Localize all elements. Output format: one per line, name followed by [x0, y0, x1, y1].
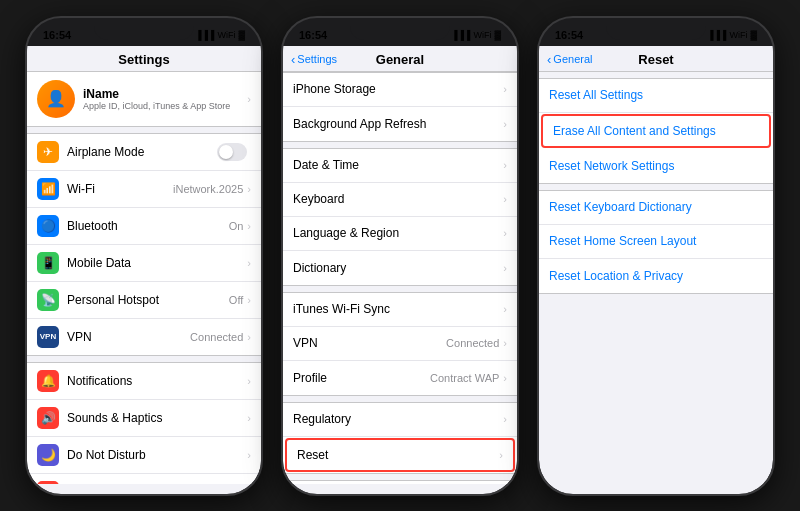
- list-item-reset-all[interactable]: Reset All Settings: [539, 79, 773, 113]
- list-item-screentime[interactable]: ⏱ Screen Time ›: [27, 474, 261, 484]
- datetime-chevron: ›: [503, 159, 507, 171]
- regulatory-chevron: ›: [503, 413, 507, 425]
- list-item-bg-refresh[interactable]: Background App Refresh ›: [283, 107, 517, 141]
- list-item-shutdown[interactable]: Shut Down: [283, 481, 517, 484]
- reset-all-label: Reset All Settings: [549, 88, 763, 102]
- sounds-chevron: ›: [247, 412, 251, 424]
- datetime-label: Date & Time: [293, 158, 503, 172]
- bluetooth-chevron: ›: [247, 220, 251, 232]
- notifications-icon: 🔔: [37, 370, 59, 392]
- list-item-reset[interactable]: Reset ›: [285, 438, 515, 472]
- back-chevron-2: ‹: [291, 52, 295, 67]
- language-chevron: ›: [503, 227, 507, 239]
- bluetooth-value: On: [229, 220, 244, 232]
- reset-keyboard-label: Reset Keyboard Dictionary: [549, 200, 763, 214]
- list-item-mobile[interactable]: 📱 Mobile Data ›: [27, 245, 261, 282]
- notifications-label: Notifications: [67, 374, 247, 388]
- vpn-general-chevron: ›: [503, 337, 507, 349]
- list-item-iphone-storage[interactable]: iPhone Storage ›: [283, 73, 517, 107]
- vpn-chevron: ›: [247, 331, 251, 343]
- signal-icon-2: ▐▐▐: [451, 30, 470, 40]
- nav-back-label-3: General: [553, 53, 592, 65]
- mobile-chevron: ›: [247, 257, 251, 269]
- screen-2: ‹ Settings General iPhone Storage › Back…: [283, 46, 517, 494]
- dictionary-label: Dictionary: [293, 261, 503, 275]
- screen-3: ‹ General Reset Reset All Settings Erase…: [539, 46, 773, 494]
- profile-item[interactable]: 👤 iName Apple ID, iCloud, iTunes & App S…: [27, 72, 261, 127]
- phone-1: 16:54 ▐▐▐ WiFi ▓ Settings 👤 iName Apple …: [25, 16, 263, 496]
- list-item-reset-homescreen[interactable]: Reset Home Screen Layout: [539, 225, 773, 259]
- profile-sub: Apple ID, iCloud, iTunes & App Store: [83, 101, 247, 111]
- nav-bar-3: ‹ General Reset: [539, 46, 773, 72]
- nav-back-2[interactable]: ‹ Settings: [291, 52, 337, 67]
- wifi-icon: WiFi: [217, 30, 235, 40]
- list-group-shutdown: Shut Down: [283, 480, 517, 484]
- language-label: Language & Region: [293, 226, 503, 240]
- profile-general-value: Contract WAP: [430, 372, 499, 384]
- list-item-keyboard[interactable]: Keyboard ›: [283, 183, 517, 217]
- list-item-donotdisturb[interactable]: 🌙 Do Not Disturb ›: [27, 437, 261, 474]
- list-item-bluetooth[interactable]: 🔵 Bluetooth On ›: [27, 208, 261, 245]
- list-group-datetime: Date & Time › Keyboard › Language & Regi…: [283, 148, 517, 286]
- nav-title-2: General: [376, 52, 424, 67]
- list-item-sounds[interactable]: 🔊 Sounds & Haptics ›: [27, 400, 261, 437]
- status-icons-1: ▐▐▐ WiFi ▓: [195, 30, 245, 40]
- list-item-regulatory[interactable]: Regulatory ›: [283, 403, 517, 437]
- wifi-chevron: ›: [247, 183, 251, 195]
- reset-network-label: Reset Network Settings: [549, 159, 763, 173]
- vpn-label: VPN: [67, 330, 190, 344]
- iphone-storage-chevron: ›: [503, 83, 507, 95]
- time-3: 16:54: [555, 29, 583, 41]
- settings-list-2[interactable]: iPhone Storage › Background App Refresh …: [283, 72, 517, 484]
- list-item-erase-all[interactable]: Erase All Content and Settings: [541, 114, 771, 148]
- bluetooth-icon: 🔵: [37, 215, 59, 237]
- signal-icon-3: ▐▐▐: [707, 30, 726, 40]
- battery-icon-3: ▓: [750, 30, 757, 40]
- list-item-airplane[interactable]: ✈ Airplane Mode: [27, 134, 261, 171]
- list-item-wifi[interactable]: 📶 Wi-Fi iNetwork.2025 ›: [27, 171, 261, 208]
- list-group-reset-items: Reset All Settings Erase All Content and…: [539, 78, 773, 184]
- airplane-toggle[interactable]: [217, 143, 247, 161]
- list-item-language[interactable]: Language & Region ›: [283, 217, 517, 251]
- mobile-label: Mobile Data: [67, 256, 247, 270]
- dictionary-chevron: ›: [503, 262, 507, 274]
- list-item-profile[interactable]: Profile Contract WAP ›: [283, 361, 517, 395]
- list-item-vpn[interactable]: VPN VPN Connected ›: [27, 319, 261, 355]
- list-item-dictionary[interactable]: Dictionary ›: [283, 251, 517, 285]
- notch-2: [350, 18, 450, 40]
- list-item-itunes[interactable]: iTunes Wi-Fi Sync ›: [283, 293, 517, 327]
- list-item-hotspot[interactable]: 📡 Personal Hotspot Off ›: [27, 282, 261, 319]
- reset-location-label: Reset Location & Privacy: [549, 269, 763, 283]
- airplane-icon: ✈: [37, 141, 59, 163]
- settings-list-3[interactable]: Reset All Settings Erase All Content and…: [539, 72, 773, 484]
- mobile-data-icon: 📱: [37, 252, 59, 274]
- list-group-itunes: iTunes Wi-Fi Sync › VPN Connected › Prof…: [283, 292, 517, 396]
- settings-list-1[interactable]: 👤 iName Apple ID, iCloud, iTunes & App S…: [27, 72, 261, 484]
- list-item-notifications[interactable]: 🔔 Notifications ›: [27, 363, 261, 400]
- hotspot-chevron: ›: [247, 294, 251, 306]
- nav-back-label-2: Settings: [297, 53, 337, 65]
- vpn-general-value: Connected: [446, 337, 499, 349]
- donotdisturb-icon: 🌙: [37, 444, 59, 466]
- hotspot-value: Off: [229, 294, 243, 306]
- wifi-label: Wi-Fi: [67, 182, 173, 196]
- itunes-label: iTunes Wi-Fi Sync: [293, 302, 503, 316]
- list-item-reset-location[interactable]: Reset Location & Privacy: [539, 259, 773, 293]
- list-item-datetime[interactable]: Date & Time ›: [283, 149, 517, 183]
- list-item-reset-keyboard[interactable]: Reset Keyboard Dictionary: [539, 191, 773, 225]
- bg-refresh-chevron: ›: [503, 118, 507, 130]
- profile-general-label: Profile: [293, 371, 430, 385]
- notch-3: [606, 18, 706, 40]
- phone-3: 16:54 ▐▐▐ WiFi ▓ ‹ General Reset Reset A…: [537, 16, 775, 496]
- signal-icon: ▐▐▐: [195, 30, 214, 40]
- list-group-connectivity: ✈ Airplane Mode 📶 Wi-Fi iNetwork.2025 › …: [27, 133, 261, 356]
- list-item-vpn-general[interactable]: VPN Connected ›: [283, 327, 517, 361]
- wifi-icon-3: WiFi: [729, 30, 747, 40]
- time-2: 16:54: [299, 29, 327, 41]
- list-group-reset-more: Reset Keyboard Dictionary Reset Home Scr…: [539, 190, 773, 294]
- vpn-value: Connected: [190, 331, 243, 343]
- nav-back-3[interactable]: ‹ General: [547, 52, 592, 67]
- list-item-reset-network[interactable]: Reset Network Settings: [539, 149, 773, 183]
- keyboard-chevron: ›: [503, 193, 507, 205]
- profile-name: iName: [83, 87, 247, 101]
